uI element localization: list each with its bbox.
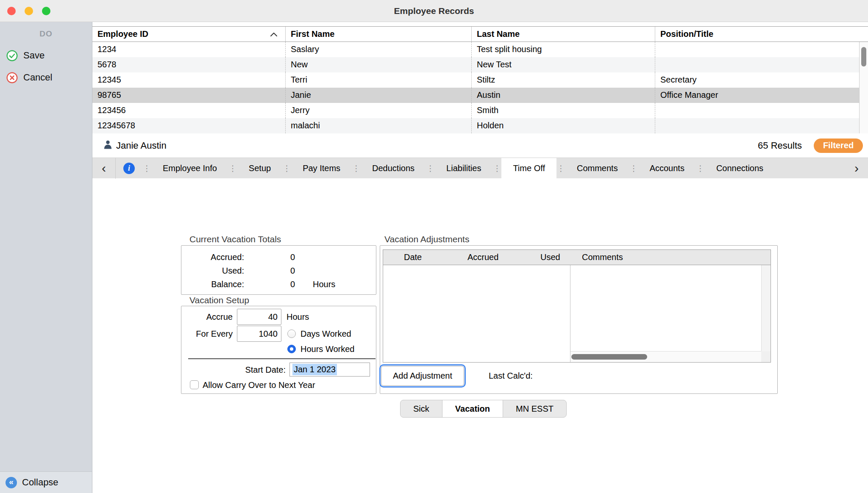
sidebar: DO Save Cancel « Collapse — [0, 22, 92, 493]
sort-ascending-icon — [270, 32, 278, 37]
employee-table-header: Employee ID First Name Last Name Positio… — [92, 26, 868, 42]
cell-employee-id: 12345 — [92, 72, 286, 88]
used-label: Used: — [181, 266, 244, 276]
save-button[interactable]: Save — [0, 47, 92, 64]
cancel-x-icon — [6, 72, 18, 83]
cell-last-name: Test split housing — [472, 42, 655, 57]
cell-position — [655, 42, 859, 57]
carry-over-checkbox[interactable] — [190, 380, 199, 389]
column-header-first-name[interactable]: First Name — [286, 27, 472, 42]
accrue-hours-input[interactable] — [237, 309, 281, 325]
tab-separator-icon: ⋮ — [142, 163, 151, 173]
balance-value: 0 — [244, 280, 295, 289]
adj-column-used: Used — [540, 250, 560, 265]
cell-first-name: New — [286, 57, 472, 72]
totals-row-accrued: Accrued: 0 — [181, 250, 376, 264]
last-calcd-label: Last Calc'd: — [489, 371, 533, 381]
employee-table-body: 1234 Saslary Test split housing 5678 New… — [92, 42, 859, 133]
tab-info[interactable]: i — [116, 158, 142, 179]
cell-position: Office Manager — [655, 88, 859, 103]
tab-vacation[interactable]: Vacation — [442, 400, 503, 417]
collapse-chevrons-icon: « — [6, 477, 17, 488]
days-worked-label: Days Worked — [300, 329, 351, 339]
person-icon — [103, 140, 112, 151]
accrued-value: 0 — [244, 252, 295, 262]
tab-mn-esst[interactable]: MN ESST — [503, 400, 566, 417]
column-header-employee-id[interactable]: Employee ID — [92, 27, 286, 42]
filtered-badge[interactable]: Filtered — [814, 138, 863, 153]
main-area: Employee ID First Name Last Name Positio… — [92, 22, 868, 493]
table-row[interactable]: 12345678 malachi Holden — [92, 118, 859, 133]
adjustments-horizontal-scrollbar[interactable] — [570, 351, 761, 362]
accrued-label: Accrued: — [181, 252, 244, 262]
table-row[interactable]: 5678 New New Test — [92, 57, 859, 72]
tab-separator-icon: ⋮ — [282, 163, 291, 173]
add-adjustment-button[interactable]: Add Adjustment — [381, 366, 464, 386]
balance-label: Balance: — [181, 280, 244, 289]
cell-employee-id: 1234 — [92, 42, 286, 57]
table-vertical-scrollbar[interactable] — [859, 42, 868, 133]
sidebar-header: DO — [0, 29, 92, 39]
accrue-unit-label: Hours — [287, 312, 309, 322]
tab-comments[interactable]: Comments — [565, 158, 629, 179]
scrollbar-corner — [761, 351, 771, 362]
time-off-type-tabs: Sick Vacation MN ESST — [400, 400, 567, 418]
adjustments-comments-field — [570, 265, 771, 362]
tab-separator-icon: ⋮ — [629, 163, 638, 173]
window-title: Employee Records — [0, 6, 868, 16]
balance-suffix: Hours — [313, 280, 335, 289]
tab-accounts[interactable]: Accounts — [638, 158, 696, 179]
totals-row-used: Used: 0 — [181, 264, 376, 277]
tab-bar: ‹ i ⋮ Employee Info ⋮ Setup ⋮ Pay Items … — [92, 158, 868, 178]
tab-time-off[interactable]: Time Off — [501, 158, 556, 179]
tab-employee-info[interactable]: Employee Info — [151, 158, 228, 179]
cell-first-name: Janie — [286, 88, 472, 103]
cell-last-name: Austin — [472, 88, 655, 103]
start-date-field[interactable]: Jan 1 2023 — [289, 363, 370, 377]
column-header-position-title[interactable]: Position/Title — [655, 27, 868, 42]
info-icon: i — [123, 163, 135, 174]
cell-position: Secretary — [655, 72, 859, 88]
setup-group-label: Vacation Setup — [189, 295, 249, 305]
hours-worked-label: Hours Worked — [300, 344, 354, 354]
table-scrollbar-thumb[interactable] — [861, 47, 866, 66]
adjustments-table-header: Date Accrued Used Comments — [383, 250, 771, 265]
tab-liabilities[interactable]: Liabilities — [435, 158, 492, 179]
tab-pay-items[interactable]: Pay Items — [291, 158, 352, 179]
table-row[interactable]: 12345 Terri Stiltz Secretary — [92, 72, 859, 88]
tab-separator-icon: ⋮ — [696, 163, 705, 173]
tab-connections[interactable]: Connections — [705, 158, 775, 179]
column-header-last-name[interactable]: Last Name — [472, 27, 655, 42]
totals-row-balance: Balance: 0 Hours — [181, 277, 376, 291]
adjustments-scrollbar-thumb[interactable] — [571, 354, 647, 360]
minimize-window-button[interactable] — [25, 7, 33, 15]
hours-worked-radio[interactable] — [287, 345, 296, 353]
selected-record-name: Janie Austin — [116, 140, 167, 151]
cancel-button[interactable]: Cancel — [0, 69, 92, 86]
tab-deductions[interactable]: Deductions — [361, 158, 426, 179]
zoom-window-button[interactable] — [42, 7, 50, 15]
adjustments-vertical-scrollbar[interactable] — [761, 265, 771, 351]
for-every-input[interactable] — [237, 326, 281, 342]
cell-employee-id: 5678 — [92, 57, 286, 72]
tab-separator-icon: ⋮ — [426, 163, 435, 173]
adj-column-comments: Comments — [582, 250, 623, 265]
used-value: 0 — [244, 266, 295, 276]
adj-column-date: Date — [404, 250, 422, 265]
table-row-selected[interactable]: 98765 Janie Austin Office Manager — [92, 88, 859, 103]
for-every-label: For Every — [181, 329, 233, 339]
days-worked-radio[interactable] — [287, 330, 296, 338]
tab-scroll-left-icon[interactable]: ‹ — [92, 158, 115, 179]
close-window-button[interactable] — [7, 7, 16, 15]
table-row[interactable]: 1234 Saslary Test split housing — [92, 42, 859, 57]
cell-last-name: Smith — [472, 103, 655, 118]
collapse-label: Collapse — [22, 477, 58, 488]
tab-setup[interactable]: Setup — [237, 158, 282, 179]
tab-sick[interactable]: Sick — [401, 400, 442, 417]
start-date-value: Jan 1 2023 — [292, 364, 337, 375]
tab-scroll-right-icon[interactable]: › — [845, 158, 868, 179]
table-row[interactable]: 123456 Jerry Smith — [92, 103, 859, 118]
record-bar: Janie Austin 65 Results Filtered — [92, 133, 868, 158]
cell-employee-id: 98765 — [92, 88, 286, 103]
collapse-button[interactable]: « Collapse — [0, 471, 92, 493]
